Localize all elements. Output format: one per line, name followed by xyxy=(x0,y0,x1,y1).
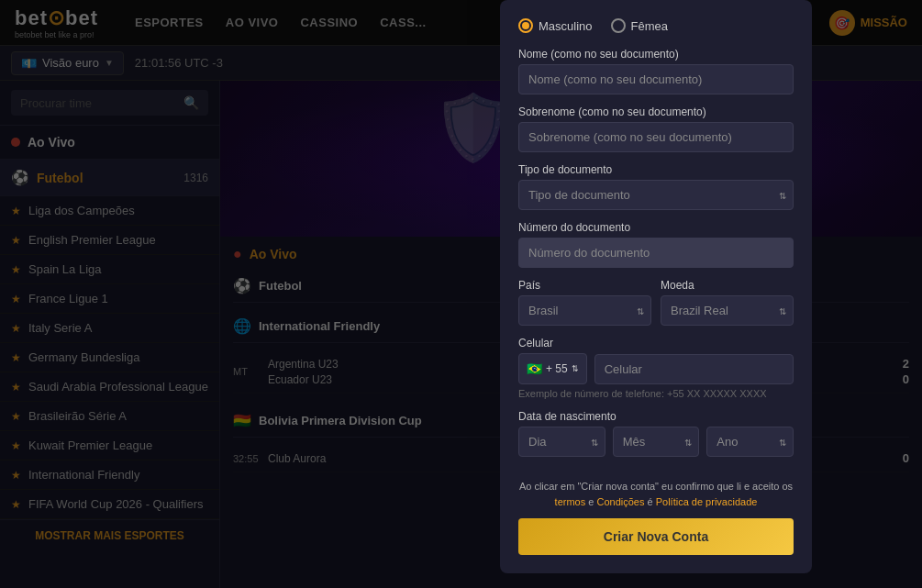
country-group: País Brasil xyxy=(518,279,651,326)
doc-type-select-wrapper: Tipo de documento CPF RG Passaporte xyxy=(518,180,794,210)
female-label: Fêmea xyxy=(631,19,668,33)
terms-prefix: Ao clicar em "Criar nova conta" eu confi… xyxy=(519,481,793,492)
birth-year-select[interactable]: Ano xyxy=(706,427,794,457)
country-select[interactable]: Brasil xyxy=(518,295,651,326)
terms-text: Ao clicar em "Criar nova conta" eu confi… xyxy=(518,479,794,509)
terms-link1[interactable]: termos xyxy=(555,496,586,507)
doc-number-label: Número do documento xyxy=(518,221,794,234)
phone-code: + 55 xyxy=(546,362,568,375)
doc-type-select[interactable]: Tipo de documento CPF RG Passaporte xyxy=(518,180,794,210)
surname-input[interactable] xyxy=(518,122,794,152)
phone-input[interactable] xyxy=(594,354,794,384)
birth-month-group: Mês xyxy=(613,427,700,457)
currency-label: Moeda xyxy=(661,279,794,292)
year-select-wrapper: Ano xyxy=(706,427,794,457)
terms-link3[interactable]: Política de privacidade xyxy=(656,496,758,507)
surname-label: Sobrenome (como no seu documento) xyxy=(518,105,794,118)
name-field-group: Nome (como no seu documento) xyxy=(518,48,794,94)
currency-select-wrapper: Brazil Real xyxy=(661,295,794,326)
phone-chevron-icon: ⇅ xyxy=(572,364,579,373)
terms-and: e xyxy=(588,496,594,507)
name-input[interactable] xyxy=(518,64,794,94)
terms-link2[interactable]: Condições xyxy=(596,496,644,507)
phone-example: Exemplo de número de telefone: +55 XX XX… xyxy=(518,388,794,399)
brazil-flag-icon: 🇧🇷 xyxy=(527,361,542,376)
gender-male-option[interactable]: Masculino xyxy=(518,18,593,33)
birth-day-select[interactable]: Dia xyxy=(518,427,605,457)
country-currency-row: País Brasil Moeda Brazil Real xyxy=(518,279,794,337)
birth-day-group: Dia xyxy=(518,427,605,457)
modal-overlay: Masculino Fêmea Nome (como no seu docume… xyxy=(0,0,922,588)
gender-selection: Masculino Fêmea xyxy=(518,18,794,33)
male-radio[interactable] xyxy=(518,18,533,33)
doc-type-label: Tipo de documento xyxy=(518,163,794,176)
radio-inner xyxy=(522,22,529,29)
phone-row: 🇧🇷 + 55 ⇅ xyxy=(518,353,794,384)
phone-group: Celular 🇧🇷 + 55 ⇅ Exemplo de número de t… xyxy=(518,337,794,399)
name-label: Nome (como no seu documento) xyxy=(518,48,794,61)
birth-month-select[interactable]: Mês xyxy=(613,427,700,457)
birth-date-group: Data de nascimento Dia Mês xyxy=(518,410,794,468)
male-label: Masculino xyxy=(539,19,593,33)
currency-select[interactable]: Brazil Real xyxy=(661,295,794,326)
gender-female-option[interactable]: Fêmea xyxy=(611,18,668,33)
registration-modal: Masculino Fêmea Nome (como no seu docume… xyxy=(500,0,812,573)
terms-e: é xyxy=(648,496,653,507)
birth-date-label: Data de nascimento xyxy=(518,410,794,423)
country-select-wrapper: Brasil xyxy=(518,295,651,326)
birth-date-row: Dia Mês Ano xyxy=(518,427,794,468)
doc-number-group: Número do documento xyxy=(518,221,794,268)
female-radio[interactable] xyxy=(611,18,626,33)
create-account-button[interactable]: Criar Nova Conta xyxy=(518,518,794,555)
country-label: País xyxy=(518,279,651,292)
birth-year-group: Ano xyxy=(706,427,794,457)
doc-type-group: Tipo de documento Tipo de documento CPF … xyxy=(518,163,794,210)
day-select-wrapper: Dia xyxy=(518,427,605,457)
phone-flag-code[interactable]: 🇧🇷 + 55 ⇅ xyxy=(518,353,587,384)
currency-group: Moeda Brazil Real xyxy=(661,279,794,326)
surname-field-group: Sobrenome (como no seu documento) xyxy=(518,105,794,152)
doc-number-input[interactable] xyxy=(518,238,794,268)
month-select-wrapper: Mês xyxy=(613,427,700,457)
phone-label: Celular xyxy=(518,337,794,349)
